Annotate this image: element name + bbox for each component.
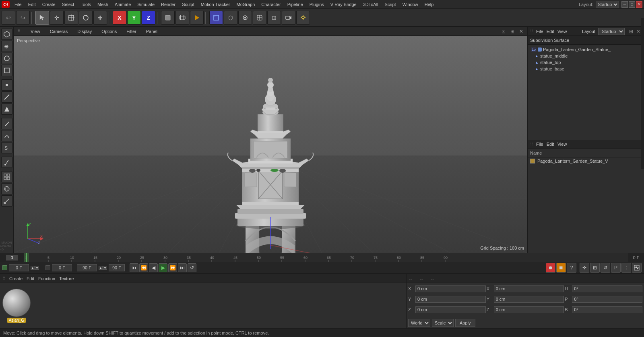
material-item[interactable]: Asian_G <box>2 289 31 323</box>
menu-script[interactable]: Script <box>382 1 399 8</box>
vp-menu-cameras[interactable]: Cameras <box>47 28 70 35</box>
h-rot-input[interactable] <box>572 285 642 292</box>
object-mode-btn[interactable] <box>161 11 175 25</box>
top-view-btn[interactable]: ⬡ <box>224 11 237 25</box>
menu-tools[interactable]: Tools <box>77 1 94 8</box>
mat-menu-edit[interactable]: Edit <box>27 276 34 281</box>
move-tool-pb[interactable]: ✛ <box>580 263 589 273</box>
vp-menu-filter[interactable]: Filter <box>124 28 138 35</box>
b-rot-input[interactable] <box>572 306 642 313</box>
mat-menu-create[interactable]: Create <box>9 276 23 281</box>
vp-close-icon[interactable]: ✕ <box>518 28 525 35</box>
menu-character[interactable]: Character <box>258 1 284 8</box>
rp-expand-icon[interactable]: ⊞ <box>628 29 634 34</box>
rp-menu-file[interactable]: File <box>536 29 543 34</box>
rpb-menu-edit[interactable]: Edit <box>547 142 554 147</box>
sidebar-texture[interactable] <box>1 183 12 194</box>
rpb-menu-view[interactable]: View <box>557 142 567 147</box>
rotate-tool-btn[interactable] <box>79 11 93 25</box>
sidebar-smooth[interactable]: S <box>1 142 12 153</box>
sidebar-rotate-mode[interactable] <box>1 53 12 64</box>
p-rot-input[interactable] <box>572 296 642 303</box>
y-axis-btn[interactable]: Y <box>127 11 141 25</box>
layout-select[interactable]: Startup <box>596 1 619 8</box>
go-to-start-btn[interactable]: ⏮ <box>130 263 138 272</box>
end-frame-input2[interactable] <box>109 264 125 271</box>
sidebar-move-mode[interactable]: ⊕ <box>1 41 12 52</box>
sidebar-brush[interactable] <box>1 157 12 168</box>
undo-btn[interactable]: ↩ <box>2 11 15 25</box>
frame-up-btn[interactable]: ▲ <box>31 266 35 270</box>
z-pos-input[interactable] <box>415 306 486 313</box>
apply-button[interactable]: Apply <box>455 319 475 327</box>
start-frame-input[interactable] <box>52 264 72 271</box>
step-back-btn[interactable]: ⏪ <box>139 263 148 272</box>
play-back-btn[interactable]: ◀ <box>149 263 158 272</box>
rp-menu-view[interactable]: View <box>557 29 567 34</box>
mat-menu-texture[interactable]: Texture <box>59 276 74 281</box>
menu-help[interactable]: Help <box>421 1 437 8</box>
menu-sculpt[interactable]: Sculpt <box>179 1 198 8</box>
key-all-btn[interactable]: ? <box>567 263 576 273</box>
render-btn[interactable] <box>190 11 204 25</box>
transform-tool-btn[interactable]: ✚ <box>93 11 107 25</box>
tree-item-statue-base[interactable]: ▲ statue_base <box>533 66 642 72</box>
record-btn[interactable]: ⏺ <box>546 263 555 273</box>
vp-menu-panel[interactable]: Panel <box>144 28 160 35</box>
param-tool-pb[interactable]: P <box>611 263 621 273</box>
cinema-mode-btn[interactable] <box>175 11 189 25</box>
viewport[interactable]: Y X Z Perspective Grid Spacing : 100 cm <box>14 36 527 253</box>
x-axis-btn[interactable]: X <box>113 11 126 25</box>
sidebar-edge-mode[interactable] <box>1 91 12 103</box>
go-to-end-btn[interactable]: ⏭ <box>178 263 187 272</box>
vp-menu-options[interactable]: Options <box>99 28 119 35</box>
x-pos-input[interactable] <box>415 285 486 292</box>
maximize-btn[interactable]: □ <box>629 1 635 8</box>
vp-maximize-icon[interactable]: ⊡ <box>500 28 507 35</box>
scale-tool-pb[interactable]: ⊞ <box>590 263 600 273</box>
move-tool-btn[interactable]: ✛ <box>50 11 64 25</box>
sidebar-grid[interactable] <box>1 171 12 182</box>
redo-btn[interactable]: ↪ <box>16 11 30 25</box>
current-frame-input[interactable] <box>9 264 29 271</box>
y-pos-input[interactable] <box>415 296 486 303</box>
y-size-input[interactable] <box>494 296 564 303</box>
menu-pipeline[interactable]: Pipeline <box>284 1 306 8</box>
rp-menu-edit[interactable]: Edit <box>547 29 554 34</box>
scale-mode-select[interactable]: Scale <box>432 319 454 327</box>
mat-menu-function[interactable]: Function <box>38 276 55 281</box>
minimize-btn[interactable]: ─ <box>621 1 628 8</box>
frame-down-btn[interactable]: ▼ <box>35 266 39 270</box>
z-axis-btn[interactable]: Z <box>142 11 155 25</box>
rpb-menu-file[interactable]: File <box>536 142 543 147</box>
timeline-ruler[interactable]: 0 5 10 15 20 25 30 35 40 45 50 55 60 <box>24 253 628 262</box>
layout-select-rp[interactable]: Startup <box>598 28 625 35</box>
front-view-btn[interactable] <box>238 11 252 25</box>
menu-mesh[interactable]: Mesh <box>94 1 111 8</box>
z-size-input[interactable] <box>494 306 564 313</box>
sidebar-bend[interactable] <box>1 130 12 141</box>
menu-animate[interactable]: Animate <box>111 1 134 8</box>
object-entry-pagoda[interactable]: Pagoda_Lantern_Garden_Statue_V <box>528 157 644 165</box>
rotate-tool-pb[interactable]: ↺ <box>601 263 610 273</box>
menu-file[interactable]: File <box>11 1 25 8</box>
tree-item-statue-top[interactable]: ▲ statue_top <box>533 59 642 66</box>
dope-sheet-btn[interactable] <box>632 263 642 273</box>
tree-item-pagoda-main[interactable]: Lo Pagoda_Lantern_Garden_Statue_ <box>529 46 642 53</box>
menu-window[interactable]: Window <box>399 1 421 8</box>
menu-simulate[interactable]: Simulate <box>134 1 158 8</box>
sidebar-poly-mode[interactable] <box>1 103 12 115</box>
menu-edit[interactable]: Edit <box>25 1 39 8</box>
menu-mograph[interactable]: MoGraph <box>233 1 258 8</box>
menu-plugins[interactable]: Plugins <box>306 1 327 8</box>
menu-vray[interactable]: V-Ray Bridge <box>327 1 360 8</box>
light-btn[interactable] <box>296 11 310 25</box>
loop-btn[interactable]: ↺ <box>188 263 196 272</box>
world-space-select[interactable]: World <box>408 319 430 327</box>
close-btn[interactable]: ✕ <box>636 1 642 8</box>
material-view-btn[interactable] <box>253 11 266 25</box>
step-fwd-btn[interactable]: ⏩ <box>168 263 177 272</box>
camera-btn[interactable] <box>282 11 295 25</box>
end-up-btn[interactable]: ▲ <box>99 266 103 270</box>
sidebar-scale-mode[interactable] <box>1 65 12 76</box>
